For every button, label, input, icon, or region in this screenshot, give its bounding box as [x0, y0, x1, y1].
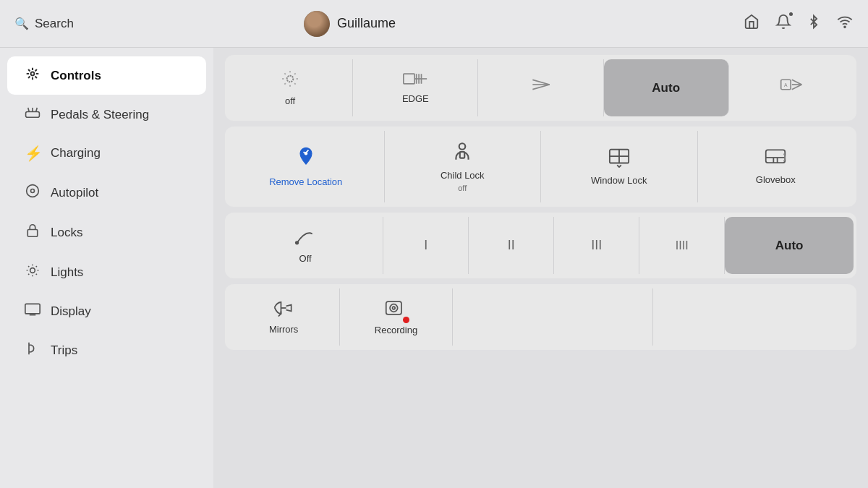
wiper-off-cell[interactable]: Off [228, 217, 383, 274]
home-icon[interactable] [744, 14, 760, 33]
wiper-1-label: I [424, 238, 427, 253]
svg-point-12 [287, 76, 294, 82]
sidebar-label-autopilot: Autopilot [51, 186, 98, 200]
wiper-4-cell[interactable]: IIII [639, 217, 725, 274]
svg-point-38 [393, 307, 396, 309]
sidebar-item-display[interactable]: Display [7, 293, 206, 330]
bluetooth-icon[interactable] [807, 14, 820, 33]
svg-line-22 [792, 80, 801, 85]
remove-location-label: Remove Location [269, 176, 342, 187]
window-lock-label: Window Lock [591, 175, 647, 186]
edge-label: EDGE [402, 93, 429, 104]
wiper-3-label: III [591, 238, 602, 253]
lighting-section: off EDGE [225, 55, 856, 121]
recording-icon [385, 299, 407, 322]
search-area[interactable]: 🔍 Search [14, 17, 159, 31]
svg-text:A: A [784, 82, 788, 87]
svg-line-24 [792, 85, 801, 90]
sidebar-label-controls: Controls [51, 69, 101, 83]
wiper-1-cell[interactable]: I [383, 217, 469, 274]
mirrors-label: Mirrors [269, 324, 298, 335]
child-lock-label: Child Lock [441, 170, 485, 181]
wiper-icon [294, 227, 316, 250]
window-lock-icon [608, 147, 630, 172]
display-icon [25, 303, 41, 320]
autopilot-icon [25, 184, 41, 202]
brightness-cell[interactable]: off [228, 59, 353, 116]
edge-cell[interactable]: EDGE [353, 59, 478, 116]
wiper-4-label: IIII [676, 239, 689, 252]
lighting-row: off EDGE [228, 59, 854, 116]
svg-point-7 [31, 189, 35, 193]
recording-cell[interactable]: Recording [340, 288, 452, 346]
auto2-cell[interactable]: A [729, 59, 854, 116]
edge-icon [403, 72, 427, 90]
sidebar-item-autopilot[interactable]: Autopilot [7, 174, 206, 212]
svg-rect-28 [460, 152, 464, 158]
empty-cell-1 [453, 288, 654, 346]
svg-point-1 [31, 72, 35, 76]
auto2-icon: A [780, 77, 803, 97]
glovebox-cell[interactable]: Glovebox [698, 131, 854, 202]
sidebar-item-charging[interactable]: ⚡ Charging [7, 134, 206, 172]
svg-rect-2 [26, 111, 40, 117]
wiper-2-label: II [508, 238, 515, 253]
svg-point-6 [27, 185, 39, 197]
svg-point-9 [30, 268, 35, 273]
beam-icon [530, 77, 552, 97]
pedals-icon [25, 106, 41, 123]
content-area: off EDGE [213, 48, 868, 488]
wiper-auto-label: Auto [775, 239, 804, 253]
avatar [304, 11, 330, 37]
controls-icon [25, 67, 41, 85]
svg-line-20 [532, 85, 549, 90]
brightness-icon [281, 69, 299, 93]
svg-point-34 [296, 241, 299, 244]
sidebar-item-pedals[interactable]: Pedals & Steering [7, 96, 206, 133]
charging-icon: ⚡ [25, 145, 41, 162]
svg-point-37 [391, 304, 399, 312]
auto-cell[interactable]: Auto [604, 59, 729, 116]
beam-cell[interactable] [478, 59, 603, 116]
svg-line-5 [36, 108, 38, 112]
sidebar-item-lights[interactable]: Lights [7, 253, 206, 291]
sidebar-label-lights: Lights [51, 265, 83, 280]
wifi-icon[interactable] [836, 14, 854, 33]
user-area: Guillaume [304, 11, 396, 37]
wiper-auto-cell[interactable]: Auto [725, 217, 854, 274]
sidebar-label-pedals: Pedals & Steering [51, 108, 149, 122]
recording-label: Recording [375, 325, 417, 335]
wiper-3-cell[interactable]: III [554, 217, 639, 274]
glovebox-icon [765, 148, 786, 171]
wiper-row: Off I II III IIII Auto [228, 217, 854, 274]
svg-point-27 [459, 143, 466, 150]
svg-point-0 [844, 26, 846, 27]
bell-icon[interactable] [775, 14, 791, 33]
mirrors-cell[interactable]: Mirrors [228, 288, 340, 346]
sidebar-label-charging: Charging [51, 146, 101, 160]
search-label: Search [35, 17, 74, 31]
window-lock-cell[interactable]: Window Lock [541, 131, 698, 202]
wiper-section: Off I II III IIII Auto [225, 213, 856, 278]
wiper-2-cell[interactable]: II [469, 217, 554, 274]
username: Guillaume [337, 16, 396, 31]
auto-label: Auto [652, 81, 680, 95]
child-lock-sublabel: off [458, 184, 467, 192]
locks-section: Remove Location Child Lock off [225, 127, 856, 207]
sidebar-item-controls[interactable]: Controls [7, 56, 206, 95]
locks-icon [25, 223, 41, 241]
child-lock-cell[interactable]: Child Lock off [385, 131, 542, 202]
sidebar-label-display: Display [51, 304, 91, 319]
wiper-off-label: Off [299, 253, 312, 264]
sidebar-label-trips: Trips [51, 343, 77, 358]
trips-icon [25, 341, 41, 359]
svg-line-3 [28, 108, 30, 112]
sidebar-item-trips[interactable]: Trips [7, 331, 206, 369]
remove-location-cell[interactable]: Remove Location [228, 131, 385, 202]
sidebar-item-locks[interactable]: Locks [7, 213, 206, 252]
empty-cell-2 [653, 288, 854, 346]
child-lock-icon [452, 141, 472, 167]
svg-rect-32 [766, 150, 785, 163]
mirrors-icon [272, 299, 295, 321]
sidebar-label-locks: Locks [51, 226, 82, 240]
